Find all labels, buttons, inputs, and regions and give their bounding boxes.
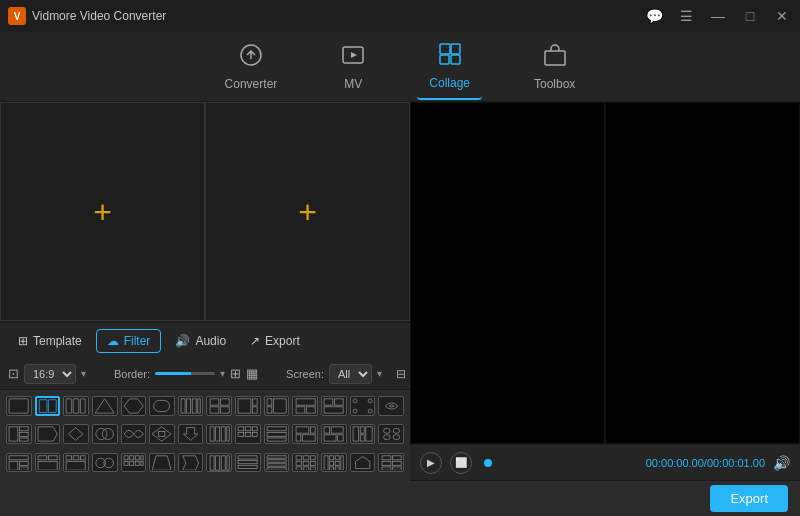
tab-mv[interactable]: MV	[329, 35, 377, 99]
svg-rect-42	[20, 438, 29, 441]
tab-mv-label: MV	[344, 77, 362, 91]
svg-rect-61	[310, 427, 315, 433]
template-item-21[interactable]	[178, 424, 204, 444]
video-slot-1[interactable]: +	[0, 102, 205, 321]
template-item-33[interactable]	[121, 453, 147, 473]
export-toolbar-label: Export	[265, 334, 300, 348]
tab-collage[interactable]: Collage	[417, 34, 482, 100]
template-item-36[interactable]	[206, 453, 232, 473]
svg-rect-24	[253, 399, 258, 405]
template-item-16[interactable]	[35, 424, 61, 444]
template-item-32[interactable]	[92, 453, 118, 473]
stripe-icon[interactable]: ▦	[246, 366, 258, 381]
template-item-13[interactable]	[350, 396, 376, 416]
template-item-9[interactable]	[235, 396, 261, 416]
template-item-5[interactable]	[121, 396, 147, 416]
template-area	[0, 390, 410, 516]
template-button[interactable]: ⊞ Template	[8, 330, 92, 352]
template-item-40[interactable]	[321, 453, 347, 473]
audio-icon: 🔊	[175, 334, 190, 348]
template-item-29[interactable]	[6, 453, 32, 473]
template-item-23[interactable]	[235, 424, 261, 444]
svg-rect-3	[451, 44, 460, 54]
template-item-19[interactable]	[121, 424, 147, 444]
svg-rect-127	[382, 461, 391, 465]
template-item-34[interactable]	[149, 453, 175, 473]
svg-rect-62	[296, 435, 301, 441]
tab-toolbox[interactable]: Toolbox	[522, 35, 587, 99]
grid-view-icon[interactable]: ⊞	[230, 366, 241, 381]
template-item-7[interactable]	[178, 396, 204, 416]
title-bar-controls: 💬 ☰ — □ ✕	[644, 8, 792, 24]
volume-icon[interactable]: 🔊	[773, 455, 790, 471]
template-item-20[interactable]	[149, 424, 175, 444]
svg-rect-46	[159, 432, 165, 437]
template-item-25[interactable]	[292, 424, 318, 444]
svg-rect-48	[215, 427, 219, 441]
chat-icon[interactable]: 💬	[644, 8, 664, 24]
template-item-27[interactable]	[350, 424, 376, 444]
template-item-12[interactable]	[321, 396, 347, 416]
close-button[interactable]: ✕	[772, 8, 792, 24]
template-item-8[interactable]	[206, 396, 232, 416]
template-item-3[interactable]	[63, 396, 89, 416]
svg-rect-32	[324, 399, 333, 405]
svg-rect-82	[38, 461, 57, 470]
template-item-28[interactable]	[378, 424, 404, 444]
template-item-39[interactable]	[292, 453, 318, 473]
template-item-42[interactable]	[378, 453, 404, 473]
audio-button[interactable]: 🔊 Audio	[165, 330, 236, 352]
template-item-41[interactable]	[350, 453, 376, 473]
template-item-14[interactable]	[378, 396, 404, 416]
aspect-ratio-select[interactable]: 16:9 4:3 1:1 9:16	[24, 364, 76, 384]
template-label: Template	[33, 334, 82, 348]
template-item-38[interactable]	[264, 453, 290, 473]
template-item-15[interactable]	[6, 424, 32, 444]
template-item-6[interactable]	[149, 396, 175, 416]
video-slot-2[interactable]: +	[205, 102, 410, 321]
maximize-button[interactable]: □	[740, 8, 760, 24]
template-item-2[interactable]	[35, 396, 61, 416]
svg-rect-98	[215, 455, 219, 469]
svg-point-44	[102, 429, 113, 440]
svg-rect-119	[330, 461, 334, 465]
svg-rect-90	[129, 455, 133, 459]
stop-button[interactable]: ⬜	[450, 452, 472, 474]
minimize-button[interactable]: —	[708, 8, 728, 24]
playback-bar: ▶ ⬜ 00:00:00.00/00:00:01.00 🔊	[410, 444, 800, 480]
border-slider[interactable]	[155, 372, 215, 375]
svg-rect-110	[310, 455, 315, 459]
template-item-37[interactable]	[235, 453, 261, 473]
template-item-30[interactable]	[35, 453, 61, 473]
filter-button[interactable]: ☁ Filter	[96, 329, 162, 353]
template-item-11[interactable]	[292, 396, 318, 416]
svg-rect-97	[210, 455, 214, 469]
template-item-4[interactable]	[92, 396, 118, 416]
play-button[interactable]: ▶	[420, 452, 442, 474]
template-item-24[interactable]	[264, 424, 290, 444]
svg-rect-81	[48, 455, 57, 459]
template-item-18[interactable]	[92, 424, 118, 444]
svg-rect-113	[310, 461, 315, 465]
svg-rect-72	[383, 429, 389, 434]
tab-converter[interactable]: Converter	[213, 35, 290, 99]
export-toolbar-button[interactable]: ↗ Export	[240, 330, 310, 352]
screen-select[interactable]: All 1 2	[329, 364, 372, 384]
template-item-22[interactable]	[206, 424, 232, 444]
svg-rect-101	[238, 455, 257, 458]
menu-icon[interactable]: ☰	[676, 8, 696, 24]
svg-rect-125	[382, 455, 391, 459]
svg-rect-94	[129, 461, 133, 465]
template-item-35[interactable]	[178, 453, 204, 473]
template-item-31[interactable]	[63, 453, 89, 473]
template-item-10[interactable]	[264, 396, 290, 416]
svg-rect-35	[353, 399, 357, 403]
preview-left	[410, 102, 605, 444]
template-item-17[interactable]	[63, 424, 89, 444]
left-panel: + + ⊞ Template ☁ Filter 🔊 Audio ↗ Export	[0, 102, 410, 516]
template-item-1[interactable]	[6, 396, 32, 416]
template-grid	[0, 390, 410, 484]
export-button[interactable]: Export	[710, 485, 788, 512]
svg-rect-28	[267, 407, 272, 413]
template-item-26[interactable]	[321, 424, 347, 444]
